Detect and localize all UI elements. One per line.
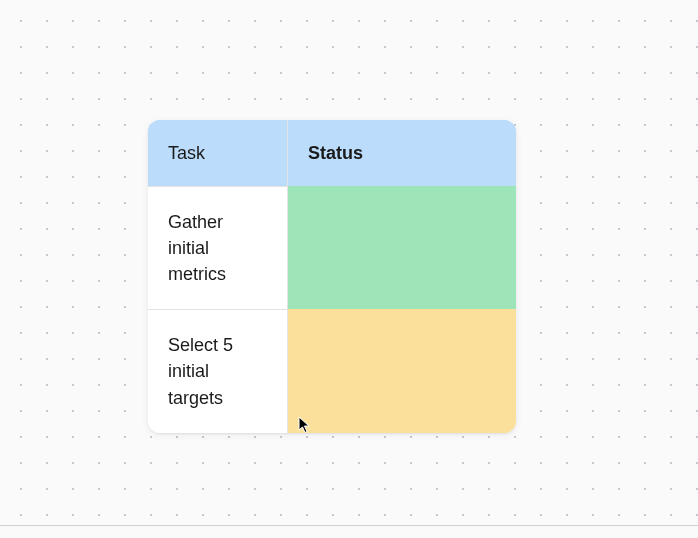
task-status-table[interactable]: Task Status Gather initial metrics Selec… bbox=[148, 120, 516, 433]
header-status[interactable]: Status bbox=[288, 120, 516, 186]
header-task[interactable]: Task bbox=[148, 120, 288, 186]
status-cell[interactable] bbox=[288, 309, 516, 432]
status-cell[interactable] bbox=[288, 186, 516, 309]
task-cell[interactable]: Select 5 initial targets bbox=[148, 309, 288, 432]
table-row: Select 5 initial targets bbox=[148, 309, 516, 432]
table-header-row: Task Status bbox=[148, 120, 516, 186]
table-row: Gather initial metrics bbox=[148, 186, 516, 309]
divider-line bbox=[0, 525, 698, 526]
task-cell[interactable]: Gather initial metrics bbox=[148, 186, 288, 309]
